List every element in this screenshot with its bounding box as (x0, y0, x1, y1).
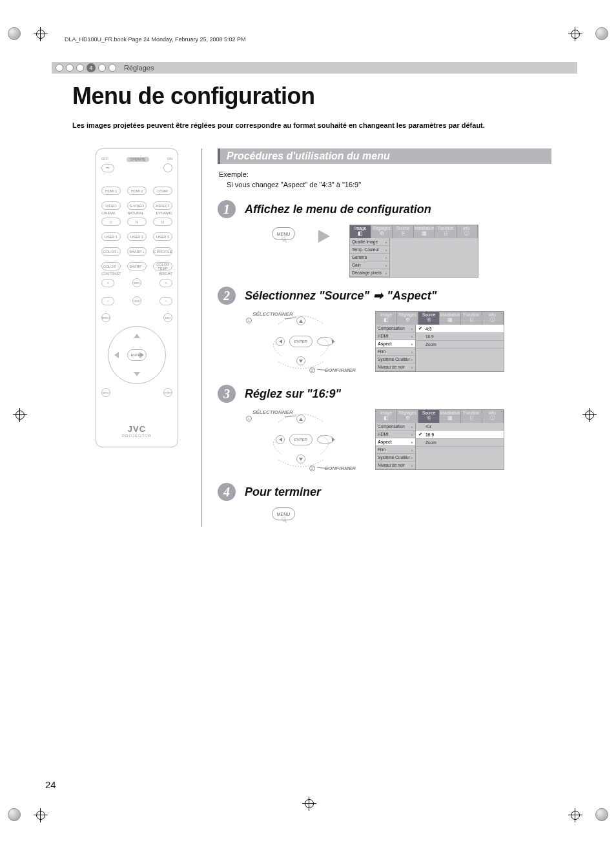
osd-menu-item[interactable]: Gain▸ (350, 261, 389, 269)
remote-test[interactable]: TEST (101, 388, 110, 397)
osd-tab[interactable]: Fonction⌸ (461, 312, 482, 325)
osd-menu-item[interactable]: Film▸ (376, 446, 415, 454)
menu-button[interactable]: MENU☟ (272, 227, 295, 240)
dpad-down[interactable] (296, 356, 305, 365)
osd-tab[interactable]: Installation▦ (414, 225, 435, 238)
remote-video[interactable]: VIDEO (101, 201, 121, 210)
pointer-icon: ☟ (280, 515, 287, 525)
step-title-3: Réglez sur "16:9" (245, 387, 341, 401)
osd-tab[interactable]: Image◧ (376, 312, 397, 325)
breadcrumb-label: Réglages (124, 64, 154, 72)
remote-color-minus[interactable]: COLOR − (101, 262, 121, 270)
osd-tab[interactable]: Source⎘ (418, 410, 440, 423)
osd-value-item[interactable]: Zoom (416, 439, 504, 447)
osd-menu-item[interactable]: Qualité image▸ (350, 238, 389, 246)
intro-text: Les images projetées peuvent être réglée… (72, 121, 511, 129)
pointer-icon: ☟ (280, 235, 287, 245)
dpad-right[interactable] (317, 337, 334, 346)
osd-tab[interactable]: Fonction⌸ (461, 410, 482, 423)
remote-colortemp[interactable]: COLOR TEMP (153, 262, 172, 270)
remote-cinema[interactable]: C (101, 218, 121, 226)
osd-menu-item[interactable]: Compensation▸ (376, 325, 415, 332)
osd-tab[interactable]: Fonction⌸ (435, 225, 457, 238)
menu-button[interactable]: MENU☟ (272, 507, 295, 520)
dpad-down[interactable] (296, 454, 305, 463)
osd-tab[interactable]: Info.ⓘ (457, 225, 478, 238)
dpad-up[interactable] (296, 316, 305, 325)
remote-sharp-plus[interactable]: SHARP + (127, 247, 147, 256)
remote-bright-minus[interactable]: − (159, 297, 172, 305)
osd-menu-item[interactable]: Niveau de noir▸ (376, 462, 415, 469)
osd-menu-item[interactable]: Temp. Couleur▸ (350, 246, 389, 254)
osd-tab[interactable]: Réglages⚙ (397, 410, 418, 423)
remote-svideo[interactable]: S-VIDEO (127, 201, 147, 210)
tab-icon: ⓘ (482, 317, 503, 323)
dpad-left[interactable] (276, 435, 285, 444)
osd-tab[interactable]: Info.ⓘ (482, 312, 504, 325)
remote-comp[interactable]: COMP. (153, 187, 172, 195)
osd-value-item[interactable]: ✔4:3 (416, 325, 504, 333)
remote-menu[interactable]: MENU (101, 313, 110, 322)
remote-user3[interactable]: USER 3 (153, 232, 172, 241)
step-title-2: Sélectionnez "Source"➡"Aspect" (245, 289, 436, 303)
remote-cprofile[interactable]: C.PROFILE (153, 247, 172, 256)
osd-menu-item[interactable]: Niveau de noir▸ (376, 363, 415, 371)
osd-menu-item[interactable]: Aspect▸ (376, 438, 415, 446)
osd-value-item[interactable]: ✔16:9 (416, 431, 504, 439)
enter-button[interactable]: ENTER (289, 336, 313, 347)
remote-color-plus[interactable]: COLOR + (101, 247, 121, 256)
remote-enter[interactable]: ENTER (127, 349, 147, 361)
osd-tab[interactable]: Info.ⓘ (482, 410, 504, 423)
dpad-up[interactable] (296, 414, 305, 423)
dpad-right[interactable] (317, 435, 334, 444)
osd-menu-item[interactable]: Décalage pixels▸ (350, 269, 389, 277)
osd-tab[interactable]: Image◧ (350, 225, 371, 238)
osd-tab[interactable]: Image◧ (376, 410, 397, 423)
arrow-icon (318, 230, 330, 243)
example-label: Exemple: (219, 170, 551, 178)
remote-hdmi2[interactable]: HDMI 2 (127, 187, 147, 195)
remote-exit[interactable]: EXIT (163, 313, 172, 322)
remote-contrast-plus[interactable]: + (101, 279, 114, 287)
osd-menu-item[interactable]: Système Couleur▸ (376, 454, 415, 462)
remote-operate-label: OPERATE (127, 157, 150, 162)
remote-sharp-minus[interactable]: SHARP − (127, 262, 147, 270)
osd-menu-item[interactable]: Compensation▸ (376, 423, 415, 431)
osd-menu-item[interactable]: HDMI▸ (376, 332, 415, 340)
osd-menu-item[interactable]: Film▸ (376, 348, 415, 356)
osd-value-item[interactable]: Zoom (416, 341, 504, 349)
tab-icon: ⚙ (371, 230, 392, 237)
osd-tab[interactable]: Réglages⚙ (371, 225, 393, 238)
osd-value-item[interactable]: 4:3 (416, 423, 504, 431)
dpad-left[interactable] (276, 337, 285, 346)
remote-bright-plus[interactable]: + (159, 279, 172, 287)
remote-contrast-minus[interactable]: − (101, 297, 114, 305)
osd-menu-item[interactable]: HDMI▸ (376, 431, 415, 438)
remote-natural[interactable]: N (127, 218, 147, 226)
osd-tab[interactable]: Réglages⚙ (397, 312, 418, 325)
enter-button[interactable]: ENTER (289, 434, 313, 445)
osd-menu-item[interactable]: Système Couleur▸ (376, 356, 415, 363)
remote-dynamic[interactable]: D (153, 218, 172, 226)
remote-hide[interactable]: HIDE (132, 296, 141, 305)
crop-mark (585, 22, 608, 45)
osd-tab[interactable]: Source⎘ (393, 225, 414, 238)
osd-menu-item[interactable]: Gamma▸ (350, 254, 389, 261)
tab-icon: ⎘ (393, 230, 413, 237)
remote-dpad[interactable]: ENTER (108, 326, 166, 384)
osd-menu-item[interactable]: Aspect▸ (376, 340, 415, 348)
osd-tab[interactable]: Installation▦ (440, 410, 461, 423)
remote-user2[interactable]: USER 2 (127, 232, 147, 241)
crop-mark (585, 803, 608, 826)
osd-value-item[interactable]: 16:9 (416, 333, 504, 341)
remote-control: OFF OPERATE ON ▭ HDMI 1HDMI 2COMP. VIDEO… (96, 148, 178, 447)
osd-tab[interactable]: Installation▦ (440, 312, 461, 325)
remote-hdmi1[interactable]: HDMI 1 (101, 187, 121, 195)
remote-off-button[interactable]: ▭ (101, 164, 114, 172)
remote-info[interactable]: INFO. (132, 278, 141, 287)
remote-light[interactable]: LIGHT (163, 388, 172, 397)
remote-user1[interactable]: USER 1 (101, 232, 121, 241)
remote-on-button[interactable] (163, 163, 172, 172)
remote-aspect[interactable]: ASPECT (153, 201, 172, 210)
osd-tab[interactable]: Source⎘ (418, 312, 440, 325)
